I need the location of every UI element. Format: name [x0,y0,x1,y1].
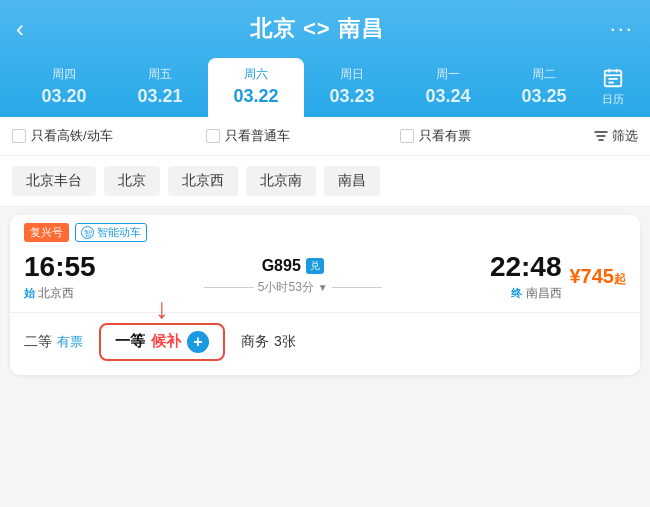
date-tab-03.25[interactable]: 周二03.25 [496,58,592,117]
station-tabs: 北京丰台北京北京西北京南南昌 [0,156,650,207]
date-tab-03.24[interactable]: 周一03.24 [400,58,496,117]
fuxing-badge: 复兴号 [24,223,69,242]
train-number: G895 [262,257,301,275]
duration-line-left [204,287,254,288]
more-button[interactable]: ··· [610,16,634,42]
chevron-down-icon: ▼ [318,282,328,293]
price-text: ¥745起 [570,265,627,288]
date-tab-03.20[interactable]: 周四03.20 [16,58,112,117]
filter-row: 只看高铁/动车只看普通车只看有票筛选 [0,117,650,156]
plus-circle-icon[interactable]: + [187,331,209,353]
first-class-item[interactable]: 一等 候补 + [99,323,225,361]
business-item: 商务 3张 [241,333,296,351]
ticket-row: 二等 有票 ↓ 一等 候补 + 商务 3张 [10,312,640,375]
second-class-label: 二等 [24,333,52,351]
filter-checkbox-0[interactable] [12,129,26,143]
filter-item-2[interactable]: 只看有票 [400,127,588,145]
app-container: ‹ 北京 <> 南昌 ··· 周四03.20周五03.21周六03.22周日03… [0,0,650,375]
second-class-item: 二等 有票 [24,333,83,351]
train-number-row: G895 兑 [262,257,324,275]
duration-line-right [332,287,382,288]
first-class-label: 一等 [115,332,145,351]
smart-badge: 智 智能动车 [75,223,147,242]
header: ‹ 北京 <> 南昌 ··· 周四03.20周五03.21周六03.22周日03… [0,0,650,117]
depart-time: 16:55 [24,252,96,283]
badge-row: 复兴号 智 智能动车 [10,215,640,246]
red-arrow-icon: ↓ [155,295,169,323]
middle-block: G895 兑 5小时53分 ▼ [104,257,482,296]
filter-icon [594,129,608,143]
train-card: 复兴号 智 智能动车 16:55 始 北京西 G895 兑 [10,215,640,375]
train-main: 16:55 始 北京西 G895 兑 5小时53分 ▼ [10,246,640,312]
filter-item-0[interactable]: 只看高铁/动车 [12,127,200,145]
back-button[interactable]: ‹ [16,17,24,41]
filter-item-1[interactable]: 只看普通车 [206,127,394,145]
duration-row: 5小时53分 ▼ [204,279,382,296]
date-tabs: 周四03.20周五03.21周六03.22周日03.23周一03.24周二03.… [16,58,634,117]
station-tab-0[interactable]: 北京丰台 [12,166,96,196]
business-count: 3张 [274,333,296,351]
filter-checkbox-2[interactable] [400,129,414,143]
depart-block: 16:55 始 北京西 [24,252,96,302]
arrive-time: 22:48 [490,252,562,283]
filter-checkbox-1[interactable] [206,129,220,143]
page-title: 北京 <> 南昌 [250,14,384,44]
second-class-status: 有票 [57,333,83,351]
smart-icon: 智 [81,226,94,239]
arrive-station: 终 南昌西 [511,285,561,302]
station-tab-1[interactable]: 北京 [104,166,160,196]
station-tab-3[interactable]: 北京南 [246,166,316,196]
calendar-button[interactable]: 日历 [592,58,634,117]
station-tab-4[interactable]: 南昌 [324,166,380,196]
station-tab-2[interactable]: 北京西 [168,166,238,196]
date-tab-03.23[interactable]: 周日03.23 [304,58,400,117]
arrive-block: 22:48 终 南昌西 [490,252,562,302]
duration-text: 5小时53分 [258,279,314,296]
calendar-icon [602,67,624,89]
business-label: 商务 [241,333,269,351]
first-class-status: 候补 [151,332,181,351]
depart-station: 始 北京西 [24,285,96,302]
price-block: ¥745起 [570,265,627,288]
date-tab-03.22[interactable]: 周六03.22 [208,58,304,117]
svg-text:智: 智 [84,229,92,238]
first-class-wrapper: ↓ 一等 候补 + [99,323,225,361]
filter-screen-button[interactable]: 筛选 [594,127,638,145]
exchange-badge: 兑 [306,258,324,274]
date-tab-03.21[interactable]: 周五03.21 [112,58,208,117]
